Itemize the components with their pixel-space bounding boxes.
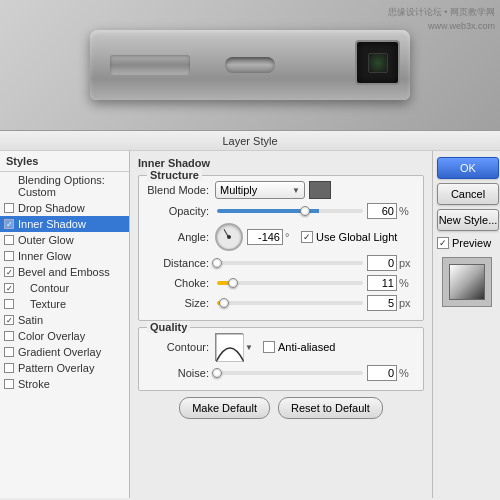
camera-image (90, 30, 410, 100)
camera-viewfinder (355, 40, 400, 85)
size-input[interactable] (367, 295, 397, 311)
blend-mode-color-swatch[interactable] (309, 181, 331, 199)
distance-thumb[interactable] (212, 258, 222, 268)
camera-viewfinder-inner (368, 53, 388, 73)
sidebar-item-outer-glow[interactable]: Outer Glow (0, 232, 129, 248)
choke-row: Choke: % (147, 275, 415, 291)
sidebar-item-blending[interactable]: Blending Options: Custom (0, 172, 129, 200)
camera-indent (225, 57, 275, 73)
dialog-title: Layer Style (0, 131, 500, 151)
noise-slider[interactable] (217, 371, 363, 375)
distance-label: Distance: (147, 257, 215, 269)
dropdown-arrow-icon: ▼ (292, 186, 300, 195)
styles-panel: Styles Blending Options: Custom Drop Sha… (0, 151, 130, 498)
sidebar-item-gradient-overlay[interactable]: Gradient Overlay (0, 344, 129, 360)
bevel-emboss-checkbox[interactable]: ✓ (4, 267, 14, 277)
angle-row: Angle: ° Use Global Light (147, 223, 415, 251)
noise-input[interactable] (367, 365, 397, 381)
dialog-body: Styles Blending Options: Custom Drop Sha… (0, 151, 500, 498)
choke-slider-container: % (215, 275, 415, 291)
sidebar-item-inner-glow[interactable]: Inner Glow (0, 248, 129, 264)
contour-row: Contour: ▼ Anti-aliased (147, 333, 415, 361)
reset-to-default-button[interactable]: Reset to Default (278, 397, 383, 419)
size-slider-container: px (215, 295, 415, 311)
structure-label: Structure (147, 169, 202, 181)
noise-thumb[interactable] (212, 368, 222, 378)
preview-label: Preview (452, 237, 491, 249)
new-style-button[interactable]: New Style... (437, 209, 499, 231)
main-panel: Inner Shadow Structure Blend Mode: Multi… (130, 151, 432, 498)
sidebar-item-satin[interactable]: ✓ Satin (0, 312, 129, 328)
distance-input[interactable] (367, 255, 397, 271)
sidebar-item-inner-shadow[interactable]: ✓ Inner Shadow (0, 216, 129, 232)
opacity-unit: % (399, 205, 415, 217)
angle-label: Angle: (147, 231, 215, 243)
styles-list: Blending Options: Custom Drop Shadow ✓ I… (0, 172, 129, 392)
sidebar-item-color-overlay[interactable]: Color Overlay (0, 328, 129, 344)
buttons-panel: OK Cancel New Style... Preview (432, 151, 500, 498)
opacity-thumb[interactable] (300, 206, 310, 216)
structure-section: Structure Blend Mode: Multiply ▼ Opacity… (138, 175, 424, 321)
opacity-slider-container: % (215, 203, 415, 219)
noise-slider-container: % (215, 365, 415, 381)
watermark: 思缘设计论坛 • 网页教学网 www.web3x.com (388, 5, 495, 33)
bottom-buttons: Make Default Reset to Default (138, 397, 424, 419)
preview-row: Preview (437, 237, 496, 249)
choke-label: Choke: (147, 277, 215, 289)
preview-checkbox[interactable] (437, 237, 449, 249)
outer-glow-checkbox[interactable] (4, 235, 14, 245)
preview-inner (449, 264, 485, 300)
canvas-preview: 思缘设计论坛 • 网页教学网 www.web3x.com (0, 0, 500, 130)
contour-preview[interactable] (215, 333, 243, 361)
global-light-label: Use Global Light (316, 231, 397, 243)
layer-style-dialog: Layer Style Styles Blending Options: Cus… (0, 130, 500, 500)
gradient-overlay-checkbox[interactable] (4, 347, 14, 357)
styles-header: Styles (0, 151, 129, 172)
contour-checkbox[interactable]: ✓ (4, 283, 14, 293)
ok-button[interactable]: OK (437, 157, 499, 179)
choke-thumb[interactable] (228, 278, 238, 288)
blend-mode-row: Blend Mode: Multiply ▼ (147, 181, 415, 199)
noise-row: Noise: % (147, 365, 415, 381)
inner-glow-checkbox[interactable] (4, 251, 14, 261)
choke-input[interactable] (367, 275, 397, 291)
angle-input[interactable] (247, 229, 283, 245)
quality-label: Quality (147, 321, 190, 333)
contour-label: Contour: (147, 341, 215, 353)
opacity-slider[interactable] (217, 209, 363, 213)
satin-checkbox[interactable]: ✓ (4, 315, 14, 325)
make-default-button[interactable]: Make Default (179, 397, 270, 419)
cancel-button[interactable]: Cancel (437, 183, 499, 205)
global-light-checkbox[interactable] (301, 231, 313, 243)
sidebar-item-stroke[interactable]: Stroke (0, 376, 129, 392)
sidebar-item-drop-shadow[interactable]: Drop Shadow (0, 200, 129, 216)
contour-dropdown-icon[interactable]: ▼ (245, 343, 253, 352)
sidebar-item-contour[interactable]: ✓ Contour (0, 280, 129, 296)
inner-shadow-checkbox[interactable]: ✓ (4, 219, 14, 229)
pattern-overlay-checkbox[interactable] (4, 363, 14, 373)
quality-section: Quality Contour: ▼ Anti-aliased (138, 327, 424, 391)
noise-unit: % (399, 367, 415, 379)
preview-box (442, 257, 492, 307)
color-overlay-checkbox[interactable] (4, 331, 14, 341)
texture-checkbox[interactable] (4, 299, 14, 309)
distance-slider[interactable] (217, 261, 363, 265)
size-thumb[interactable] (219, 298, 229, 308)
choke-slider[interactable] (217, 281, 363, 285)
sidebar-item-bevel-emboss[interactable]: ✓ Bevel and Emboss (0, 264, 129, 280)
blend-mode-label: Blend Mode: (147, 184, 215, 196)
opacity-input[interactable] (367, 203, 397, 219)
drop-shadow-checkbox[interactable] (4, 203, 14, 213)
anti-aliased-checkbox[interactable] (263, 341, 275, 353)
sidebar-item-pattern-overlay[interactable]: Pattern Overlay (0, 360, 129, 376)
size-row: Size: px (147, 295, 415, 311)
sidebar-item-texture[interactable]: Texture (0, 296, 129, 312)
size-label: Size: (147, 297, 215, 309)
opacity-label: Opacity: (147, 205, 215, 217)
blend-mode-dropdown[interactable]: Multiply ▼ (215, 181, 305, 199)
noise-label: Noise: (147, 367, 215, 379)
stroke-checkbox[interactable] (4, 379, 14, 389)
angle-dot (227, 235, 231, 239)
size-slider[interactable] (217, 301, 363, 305)
angle-dial[interactable] (215, 223, 243, 251)
